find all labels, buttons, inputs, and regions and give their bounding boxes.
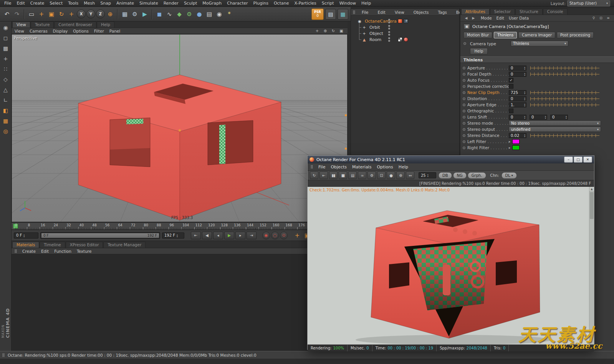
panel-tab-texture-manager[interactable]: Texture Manager xyxy=(103,242,146,248)
lens-shift-input-1[interactable]: 0▴▾ xyxy=(530,115,547,120)
keyframe-circle-icon[interactable] xyxy=(463,85,465,88)
save-image-icon[interactable]: ▤ xyxy=(348,171,357,179)
restart-render-icon[interactable]: ↻ xyxy=(310,171,318,179)
keyframe-circle-icon[interactable] xyxy=(463,104,465,106)
lock-view-icon[interactable]: ⊡ xyxy=(377,171,386,179)
attr-tab-selector[interactable]: Selector xyxy=(490,8,515,15)
viewport-tab-content-browser[interactable]: Content Browser xyxy=(54,21,96,28)
texture-tag-icon[interactable] xyxy=(398,37,402,42)
keyframe-circle-icon[interactable] xyxy=(463,128,465,131)
panel-grip[interactable] xyxy=(311,165,313,169)
menu-create[interactable]: Create xyxy=(28,1,47,6)
spinner-arrows-icon[interactable]: ▴▾ xyxy=(545,115,546,119)
viewport-menu-cameras[interactable]: Cameras xyxy=(30,29,48,33)
uv-mode-icon[interactable]: ▦ xyxy=(1,117,10,125)
close-button[interactable]: ✕ xyxy=(583,156,592,163)
panel-grip[interactable] xyxy=(15,249,17,253)
channel-dropdown[interactable]: DL ▾ xyxy=(501,172,517,179)
viewport-menu-display[interactable]: Display xyxy=(53,29,68,33)
stereo-mode-dropdown[interactable]: No stereo▾ xyxy=(509,120,601,126)
timeline-ruler[interactable]: 0816243240485664728088961041121201281361… xyxy=(12,223,348,230)
stop-icon[interactable]: ■ xyxy=(339,171,347,179)
panel-tab-materials[interactable]: Materials xyxy=(12,242,39,248)
camera-icon[interactable]: ◉ xyxy=(215,9,224,19)
object-row-orbit[interactable]: +Orbit xyxy=(351,24,459,30)
object-row-room[interactable]: ▲Room xyxy=(351,36,459,43)
texture-mode-icon[interactable]: ▩ xyxy=(1,44,10,52)
section-button-motion-blur[interactable]: Motion Blur xyxy=(463,32,492,38)
viewport-menu-options[interactable]: Options xyxy=(73,29,89,33)
spp-field[interactable]: 25 ▴▾ xyxy=(419,172,436,178)
distortion-slider[interactable] xyxy=(530,97,599,100)
back-icon[interactable]: ◀ xyxy=(463,16,469,20)
rotate-tool-icon[interactable]: ↻ xyxy=(57,9,66,19)
spinner-arrows-icon[interactable]: ▴▾ xyxy=(427,173,429,177)
x-axis-button[interactable]: X xyxy=(77,10,86,18)
pause-icon[interactable]: ▮▮ xyxy=(329,171,338,179)
viewport-menu-view[interactable]: View xyxy=(15,29,24,33)
goto-end-button[interactable]: ⇥ xyxy=(247,232,257,239)
keyframe-circle-icon[interactable] xyxy=(463,140,465,143)
interactive-render-icon[interactable]: ▶ xyxy=(140,9,149,19)
panel-tab-timeline[interactable]: Timeline xyxy=(40,242,65,248)
materials-list-area[interactable] xyxy=(12,254,348,351)
z-axis-button[interactable]: Z xyxy=(96,10,105,18)
keyframe-options-button[interactable]: ⊙ xyxy=(280,232,288,239)
scroll-up-icon[interactable]: ▲ xyxy=(589,187,594,192)
paint-mode-icon[interactable]: ◧ xyxy=(1,106,10,114)
menu-render[interactable]: Render xyxy=(161,1,181,6)
orthographic-checkbox[interactable] xyxy=(509,109,513,113)
menu-select[interactable]: Select xyxy=(47,1,65,6)
layout-select[interactable]: Startup (User) ▾ xyxy=(567,0,610,7)
menu-character[interactable]: Character xyxy=(224,1,250,6)
menu-tools[interactable]: Tools xyxy=(65,1,81,6)
keyframe-circle-icon[interactable] xyxy=(463,110,465,112)
minimize-button[interactable]: – xyxy=(564,156,573,163)
camera-type-dropdown[interactable]: Thinlens ▾ xyxy=(511,41,568,46)
polygon-mode-icon[interactable]: △ xyxy=(1,86,10,94)
spinner-arrows-icon[interactable]: ▴▾ xyxy=(524,97,525,100)
attr-tab-structure[interactable]: Structure xyxy=(515,8,543,15)
keyframe-circle-icon[interactable] xyxy=(463,42,466,45)
attr-tab-console[interactable]: Console xyxy=(543,8,568,15)
point-mode-icon[interactable]: ∷ xyxy=(1,65,10,73)
materials-menu-create[interactable]: Create xyxy=(22,249,36,254)
spinner-arrows-icon[interactable]: ▴▾ xyxy=(524,91,525,94)
search-icon[interactable]: ⚲ xyxy=(591,16,596,20)
viewport-tab-texture[interactable]: Texture xyxy=(31,21,54,28)
y-axis-button[interactable]: Y xyxy=(86,10,95,18)
keyframe-circle-icon[interactable] xyxy=(463,73,465,76)
pan-view-icon[interactable]: + xyxy=(314,28,320,33)
rotate-view-icon[interactable]: ↻ xyxy=(330,28,336,33)
aperture-input[interactable]: 0▴▾ xyxy=(509,66,526,71)
octane-titlebar[interactable]: Octane Render For Cinema 4D 2.11.1 RC1 –… xyxy=(308,156,594,163)
menu-simulate[interactable]: Simulate xyxy=(137,1,161,6)
next-frame-button[interactable]: ▸ xyxy=(235,232,245,239)
render-settings-icon[interactable]: ⚙ xyxy=(130,9,139,19)
section-button-camera-imager[interactable]: Camera Imager xyxy=(518,32,555,38)
volume-icon[interactable]: ● xyxy=(195,9,204,19)
spinner-arrows-icon[interactable]: ▴▾ xyxy=(177,234,178,237)
edge-handle[interactable] xyxy=(345,114,347,116)
focal-depth-slider[interactable] xyxy=(530,72,599,76)
content-browser-icon[interactable]: ▤ xyxy=(325,9,336,20)
prev-key-button[interactable]: ◀ xyxy=(202,232,212,239)
object-name[interactable]: Room xyxy=(368,37,382,42)
menu-script[interactable]: Script xyxy=(319,1,337,6)
mograph-icon[interactable]: ◆ xyxy=(175,9,184,19)
camera-view-icon[interactable]: ◉ xyxy=(1,23,10,31)
visibility-dots[interactable] xyxy=(388,25,390,30)
perspective-viewport[interactable]: Perspective FPS : 333.3 xyxy=(12,34,348,222)
stereo-distance-input[interactable]: 0.02▴▾ xyxy=(509,133,526,138)
octane-button-grph[interactable]: Grph. xyxy=(468,172,486,179)
preview-range-slider[interactable]: 0 F 192 F xyxy=(40,232,160,239)
visibility-dots[interactable] xyxy=(388,31,390,36)
simulate-icon[interactable]: ⚙ xyxy=(185,9,194,19)
panel-grip[interactable] xyxy=(2,353,5,357)
preview-sphere-icon[interactable]: ● xyxy=(387,171,395,179)
keyframe-circle-icon[interactable] xyxy=(463,91,465,94)
primitive-cube-icon[interactable]: ◼ xyxy=(155,9,164,19)
redo-icon[interactable]: ↷ xyxy=(12,9,22,19)
om-menu-tags[interactable]: Tags xyxy=(435,10,450,15)
lock-icon[interactable]: ⊡ xyxy=(598,16,604,20)
